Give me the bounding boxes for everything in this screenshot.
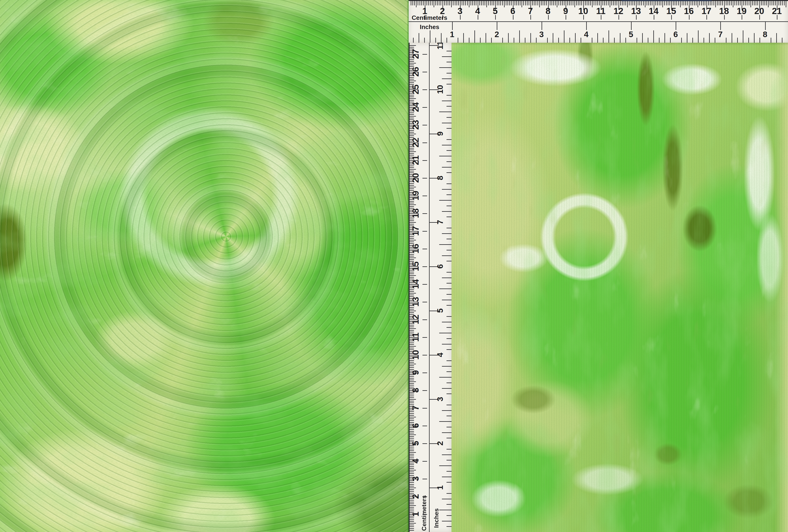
- mm-tick: [479, 1, 480, 5]
- mm-tick: [410, 118, 414, 118]
- inch-fraction-tick: [704, 38, 704, 43]
- mm-tick: [784, 1, 785, 5]
- cm-subtick: [422, 249, 427, 249]
- mm-tick: [410, 158, 414, 159]
- inch-fraction-tick: [547, 38, 548, 43]
- mm-tick: [410, 150, 414, 150]
- mm-tick: [743, 1, 744, 5]
- mm-tick: [754, 1, 754, 5]
- mm-tick: [655, 1, 656, 5]
- inch-fraction-tick: [439, 67, 452, 68]
- fabric-green-marbling: [452, 43, 788, 532]
- mm-tick: [410, 431, 414, 432]
- cm-subtick: [422, 355, 427, 355]
- mm-tick: [455, 1, 455, 5]
- mm-tick: [410, 327, 414, 327]
- mm-tick: [410, 277, 414, 278]
- inch-fraction-tick: [447, 194, 452, 195]
- half-cm-tick: [410, 204, 416, 205]
- mm-tick: [678, 1, 679, 5]
- inch-fraction-tick: [636, 38, 637, 43]
- mm-tick: [721, 1, 721, 5]
- cm-subtick: [460, 15, 460, 20]
- cm-subtick: [566, 15, 566, 20]
- mm-tick: [414, 1, 415, 5]
- half-cm-tick: [610, 1, 610, 7]
- mm-tick: [410, 348, 414, 348]
- inch-fraction-tick: [670, 38, 671, 43]
- inch-fraction-tick: [536, 38, 536, 43]
- inch-fraction-tick: [413, 38, 414, 43]
- inch-fraction-tick: [442, 78, 452, 79]
- cm-subtick: [422, 390, 427, 391]
- mm-tick: [410, 189, 414, 189]
- mm-tick: [543, 1, 543, 5]
- mm-tick: [410, 290, 414, 290]
- mm-tick: [410, 220, 414, 221]
- mm-tick: [410, 309, 414, 310]
- mm-tick: [410, 77, 414, 78]
- mm-tick: [410, 325, 414, 326]
- mm-tick: [412, 1, 413, 5]
- inch-fraction-tick: [447, 327, 452, 328]
- mm-tick: [418, 1, 418, 5]
- mm-tick: [564, 1, 565, 5]
- mm-tick: [446, 1, 447, 5]
- half-cm-tick: [410, 222, 416, 223]
- inch-fraction-tick: [737, 38, 738, 43]
- mm-tick: [410, 114, 414, 115]
- inch-fraction-tick: [442, 410, 452, 411]
- cm-subtick: [689, 15, 690, 20]
- mm-tick: [410, 119, 414, 120]
- inch-fraction-tick: [447, 239, 452, 239]
- fabric-noise-overlay: [452, 43, 788, 532]
- cm-number: 12: [613, 6, 623, 15]
- mm-tick: [529, 1, 529, 5]
- photo-knit-texture: [0, 0, 409, 532]
- mm-tick: [537, 1, 538, 5]
- mm-tick: [410, 450, 414, 451]
- mm-tick: [590, 1, 591, 5]
- mm-tick: [410, 472, 414, 472]
- cm-number: 11: [596, 6, 606, 15]
- half-cm-tick: [627, 1, 628, 7]
- mm-tick: [410, 113, 414, 113]
- mm-tick: [410, 229, 414, 230]
- half-cm-tick: [410, 328, 416, 329]
- inch-fraction-tick: [442, 499, 452, 499]
- mm-tick: [639, 1, 640, 5]
- half-cm-tick: [410, 399, 416, 400]
- inch-number: 3: [436, 394, 445, 404]
- mm-tick: [506, 1, 506, 5]
- inch-fraction-tick: [447, 405, 452, 405]
- mm-tick: [449, 1, 450, 5]
- mm-tick: [464, 1, 464, 5]
- mm-tick: [589, 1, 589, 5]
- inch-fraction-tick: [442, 344, 452, 344]
- mm-tick: [694, 1, 695, 5]
- inch-fraction-tick: [782, 38, 783, 43]
- mm-tick: [410, 335, 414, 336]
- mm-tick: [659, 1, 659, 5]
- mm-tick: [687, 1, 688, 5]
- inch-fraction-tick: [442, 322, 452, 322]
- mm-tick: [410, 525, 414, 525]
- mm-tick: [410, 295, 414, 295]
- inch-fraction-tick: [491, 38, 492, 43]
- mm-tick: [622, 1, 623, 5]
- mm-tick: [410, 307, 414, 308]
- mm-tick: [666, 1, 667, 5]
- inch-fraction-tick: [580, 38, 581, 43]
- cm-subtick: [422, 178, 427, 178]
- inch-fraction-tick: [447, 316, 452, 317]
- mm-tick: [410, 405, 414, 405]
- cm-number: 6: [510, 6, 515, 15]
- mm-tick: [525, 1, 526, 5]
- mm-tick: [410, 282, 414, 283]
- inch-fraction-tick: [447, 128, 452, 129]
- inch-fraction-tick: [419, 33, 419, 43]
- inch-fraction-tick: [648, 38, 648, 43]
- mm-tick: [410, 263, 414, 263]
- mm-tick: [410, 238, 414, 239]
- inch-number: 1: [436, 483, 445, 492]
